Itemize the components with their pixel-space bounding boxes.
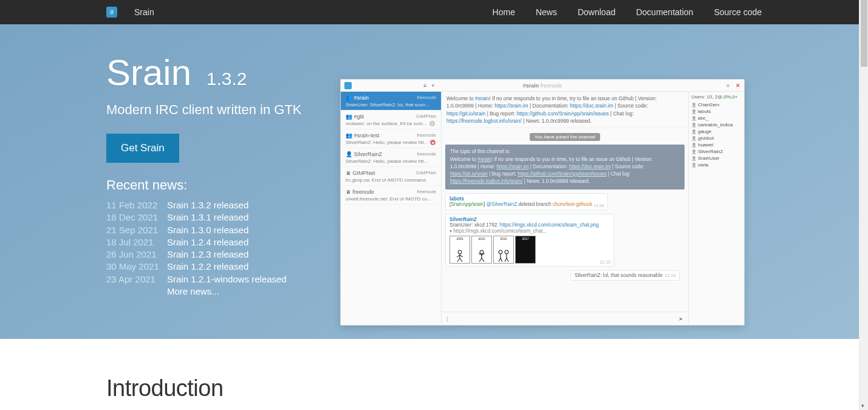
message: SilverRainZ SrainUser: xkcd 1782: https:… xyxy=(445,214,614,267)
nav-links: Home News Download Documentation Source … xyxy=(493,7,762,17)
topic-box: The topic of this channel is: Welcome to… xyxy=(445,145,685,189)
news-link[interactable]: Srain 1.2.3 released xyxy=(167,248,248,261)
shot-center: Welcome to #srain! If no one responds to… xyxy=(442,92,688,325)
channel-item: 👥 #gtkGIMPNet mclasen: on the surface, i… xyxy=(341,111,441,129)
svg-point-12 xyxy=(499,250,502,254)
news-date: 30 May 2021 xyxy=(106,261,159,273)
plus-icon: + xyxy=(431,83,434,89)
user-item: gauge xyxy=(691,128,742,135)
nav-home[interactable]: Home xyxy=(493,7,515,17)
user-item: ChanServ xyxy=(691,101,742,108)
nav-source-code[interactable]: Source code xyxy=(714,7,762,17)
close-icon: ✕ xyxy=(736,83,740,89)
get-srain-button[interactable]: Get Srain xyxy=(106,134,179,163)
svg-line-4 xyxy=(457,255,460,257)
user-item: cannabis_indica xyxy=(691,121,742,128)
news-link[interactable]: Srain 1.2.1-windows released xyxy=(167,273,287,285)
news-link[interactable]: Srain 1.3.0 released xyxy=(167,224,248,236)
hamburger-icon: ≡ xyxy=(423,83,426,89)
channel-item: 🖥 freenodefreenode orwell.freenode.net: … xyxy=(341,186,441,205)
app-screenshot: ≡ + #srain freenode ≡ ✕ 👥 #srainfreenode… xyxy=(340,79,745,326)
joined-pill: You have joined the channel xyxy=(530,133,600,141)
scrollbar-thumb[interactable] xyxy=(861,0,867,67)
news-link[interactable]: Srain 1.2.4 released xyxy=(167,236,248,248)
nav-documentation[interactable]: Documentation xyxy=(636,7,693,17)
menu-icon: ≡ xyxy=(726,83,730,89)
shot-header: ≡ + #srain freenode ≡ ✕ xyxy=(341,80,744,92)
news-date: 26 Jun 2021 xyxy=(106,248,159,261)
shot-title: #srain freenode xyxy=(523,83,562,89)
user-item: huawei xyxy=(691,142,742,148)
svg-point-6 xyxy=(480,250,484,254)
news-date: 18 Jul 2021 xyxy=(106,236,159,248)
channel-item: 👥 #srainfreenode SrainUser: SilverRainZ:… xyxy=(341,92,441,111)
shot-logo-icon xyxy=(344,82,352,89)
send-icon: ➤ xyxy=(678,316,683,322)
svg-line-5 xyxy=(460,255,463,257)
user-item: varia xyxy=(691,162,742,168)
message: labots [SrainApp/srain] @SilverRainZ del… xyxy=(445,193,608,210)
scroll-down-icon[interactable]: ▾ xyxy=(861,403,864,409)
svg-line-8 xyxy=(479,258,482,262)
reply-message: SilverRainZ: lol, that sounds reasonable… xyxy=(570,270,680,281)
hero: Srain 1.3.2 Modern IRC client written in… xyxy=(0,24,868,339)
news-link[interactable]: Srain 1.3.1 released xyxy=(167,211,248,224)
version: 1.3.2 xyxy=(207,69,247,89)
more-news-link[interactable]: More news... xyxy=(167,285,219,298)
svg-point-16 xyxy=(505,250,508,254)
channel-item: 👤 SilverRainZfreenode SilverRainZ: Hello… xyxy=(341,148,441,167)
shot-input: | ➤ xyxy=(442,312,688,325)
page-title: Srain 1.3.2 xyxy=(106,55,247,91)
svg-point-0 xyxy=(458,250,462,254)
news-date: 11 Feb 2022 xyxy=(106,199,159,211)
channel-item: 👥 #srain-testfreenode SilverRainZ: Hello… xyxy=(341,129,441,148)
news-link[interactable]: Srain 1.3.2 released xyxy=(167,199,248,211)
shot-sidebar: 👥 #srainfreenode SrainUser: SilverRainZ:… xyxy=(341,92,442,325)
svg-line-9 xyxy=(482,258,484,262)
channel-item: 🖥 GIMPNetGIMPNet irc.gimp.ca: End of /MO… xyxy=(341,167,441,186)
news-date: 18 Dec 2021 xyxy=(106,211,159,224)
svg-line-3 xyxy=(460,258,462,262)
shot-users: Users: 10, 2@,0%,0+ ChanServ labots abc_… xyxy=(688,92,744,325)
xkcd-comic: 2005 2010 2010 2017 xyxy=(449,236,610,264)
user-item: labots xyxy=(691,108,742,115)
page-scrollbar[interactable]: ▾ xyxy=(859,0,868,410)
news-date: 21 Sep 2021 xyxy=(106,224,159,236)
shot-topic: Welcome to #srain! If no one responds to… xyxy=(442,92,688,128)
svg-line-2 xyxy=(457,258,460,262)
svg-line-14 xyxy=(499,258,501,262)
user-item: SilverRainZ xyxy=(691,148,742,155)
news-date: 23 Apr 2021 xyxy=(106,273,159,285)
user-item: abc_ xyxy=(691,115,742,121)
user-item: globbot xyxy=(691,135,742,142)
svg-line-15 xyxy=(501,258,502,262)
svg-line-18 xyxy=(505,258,507,262)
logo-icon: # xyxy=(106,7,117,18)
svg-line-19 xyxy=(507,258,508,262)
user-item: SrainUser xyxy=(691,155,742,162)
news-link[interactable]: Srain 1.2.2 released xyxy=(167,261,248,273)
brand-link[interactable]: Srain xyxy=(134,7,154,17)
nav-download[interactable]: Download xyxy=(578,7,615,17)
navbar: # Srain Home News Download Documentation… xyxy=(0,0,868,24)
introduction-section: Introduction xyxy=(0,339,868,401)
nav-news[interactable]: News xyxy=(536,7,557,17)
introduction-heading: Introduction xyxy=(106,375,868,401)
